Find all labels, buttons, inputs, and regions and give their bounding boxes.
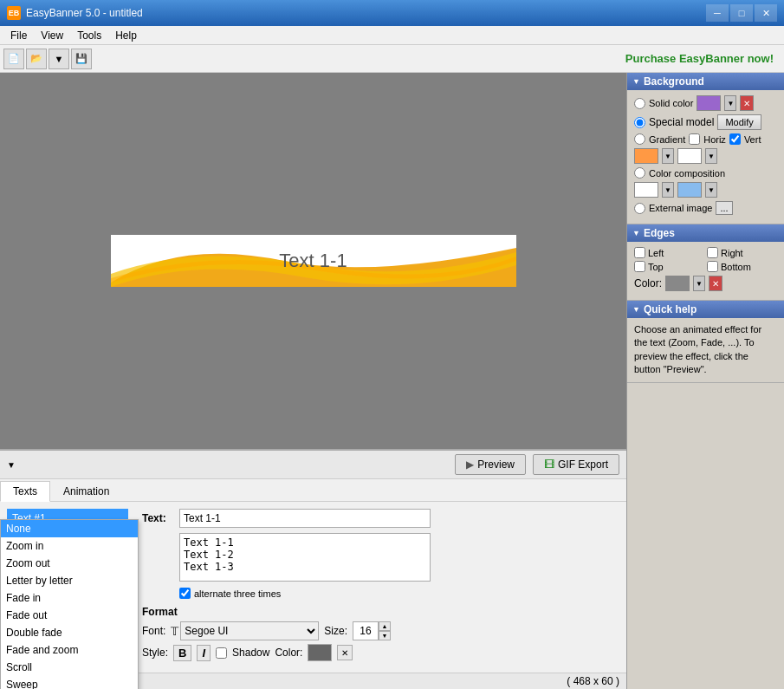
color-composition-label: Color composition	[649, 168, 725, 179]
color-composition-radio[interactable]	[634, 167, 645, 179]
menu-item-zoom-out[interactable]: Zoom out	[1, 555, 138, 572]
open-button[interactable]: 📂	[26, 49, 47, 69]
right-checkbox[interactable]	[707, 247, 718, 258]
edges-color-swatch[interactable]	[665, 276, 690, 291]
menu-view[interactable]: View	[34, 28, 70, 43]
dropdown-btn[interactable]: ▼	[49, 49, 69, 69]
play-icon: ▶	[466, 458, 474, 471]
tab-texts[interactable]: Texts	[0, 481, 50, 502]
top-checkbox[interactable]	[634, 261, 645, 272]
bottom-toolbar: ▼ ▶ Preview 🎞 GIF Export	[0, 451, 626, 479]
menu-tools[interactable]: Tools	[70, 28, 108, 43]
text-input[interactable]	[179, 509, 431, 528]
bottom-panel: ▼ ▶ Preview 🎞 GIF Export Texts Animation	[0, 449, 626, 689]
italic-button[interactable]: I	[197, 645, 211, 661]
toolbar-left: 📄 📂 ▼ 💾	[3, 49, 92, 69]
font-label: Font:	[142, 625, 165, 637]
canvas-container: Text 1-1	[0, 73, 626, 449]
edges-color-arrow[interactable]: ▼	[693, 276, 705, 291]
gradient-color1-swatch[interactable]	[634, 148, 658, 164]
tabs-bar: Texts Animation	[0, 479, 626, 502]
vert-checkbox[interactable]	[729, 133, 741, 145]
bottom-checkbox[interactable]	[707, 261, 718, 272]
text-multiline[interactable]: Text 1-1 Text 1-2 Text 1-3	[179, 533, 431, 582]
collapse-arrow[interactable]: ▼	[7, 460, 16, 470]
menu-item-fade-and-zoom[interactable]: Fade and zoom	[1, 641, 138, 659]
special-model-radio[interactable]	[634, 117, 645, 128]
menu-item-none[interactable]: None	[1, 520, 138, 537]
size-up[interactable]: ▲	[379, 621, 391, 631]
minimize-button[interactable]: ─	[706, 4, 729, 22]
gradient-label: Gradient	[649, 134, 685, 145]
special-model-row: Special model Modify	[634, 114, 777, 130]
background-arrow: ▼	[632, 77, 640, 86]
quick-help-arrow: ▼	[632, 305, 640, 314]
background-body: Solid color ▼ ✕ Special model Modify	[627, 90, 784, 224]
color-comp-arrow2[interactable]: ▼	[705, 182, 717, 198]
solid-color-arrow[interactable]: ▼	[724, 95, 736, 111]
action-buttons: ▶ Preview 🎞 GIF Export	[455, 454, 619, 475]
gradient-color1-arrow[interactable]: ▼	[662, 148, 674, 164]
edges-color-x[interactable]: ✕	[709, 276, 722, 291]
quick-help-text: Choose an animated effect for the text (…	[634, 323, 777, 377]
menu-item-letter-by-letter[interactable]: Letter by letter	[1, 572, 138, 589]
menu-file[interactable]: File	[3, 28, 34, 43]
canvas-area: Text 1-1 ▼ ▶ Preview 🎞 GIF Export	[0, 73, 626, 689]
size-input[interactable]	[353, 621, 379, 640]
bold-button[interactable]: B	[173, 645, 191, 661]
modify-button[interactable]: Modify	[717, 114, 761, 130]
gradient-option: Gradient Horiz Vert	[634, 133, 777, 145]
external-image-radio[interactable]	[634, 203, 645, 214]
tab-animation[interactable]: Animation	[50, 481, 122, 501]
text-color-swatch[interactable]	[308, 644, 332, 661]
format-section: Format Font: 𝕋 Segoe UI Size:	[142, 606, 619, 661]
maximize-button[interactable]: □	[730, 4, 753, 22]
menu-item-scroll[interactable]: Scroll	[1, 659, 138, 676]
color-comp-swatch2[interactable]	[677, 182, 702, 198]
menu-item-zoom-in[interactable]: Zoom in	[1, 537, 138, 555]
external-image-btn[interactable]: ...	[716, 201, 732, 215]
quick-help-section: ▼ Quick help Choose an animated effect f…	[627, 301, 784, 383]
edges-arrow: ▼	[632, 229, 640, 237]
gif-export-button[interactable]: 🎞 GIF Export	[533, 454, 619, 475]
menu-help[interactable]: Help	[108, 28, 144, 43]
quick-help-body: Choose an animated effect for the text (…	[627, 318, 784, 382]
menu-item-double-fade[interactable]: Double fade	[1, 624, 138, 641]
top-label: Top	[648, 262, 664, 272]
text-color-x[interactable]: ✕	[337, 645, 353, 660]
text-label: Text:	[142, 512, 172, 524]
solid-color-swatch[interactable]	[697, 95, 721, 111]
font-select[interactable]: Segoe UI	[180, 621, 319, 640]
title-bar-controls: ─ □ ✕	[706, 4, 777, 22]
bottom-label: Bottom	[721, 262, 751, 272]
gradient-color2-arrow[interactable]: ▼	[705, 148, 717, 164]
edges-title: Edges	[644, 227, 675, 239]
shadow-checkbox[interactable]	[216, 647, 227, 659]
save-button[interactable]: 💾	[71, 49, 92, 69]
left-checkbox[interactable]	[634, 247, 645, 258]
preview-button[interactable]: ▶ Preview	[455, 454, 526, 475]
edges-color-label: Color:	[634, 277, 662, 289]
color-comp-swatch1[interactable]	[634, 182, 658, 198]
solid-color-radio[interactable]	[634, 98, 645, 109]
close-button[interactable]: ✕	[755, 4, 777, 22]
purchase-text: Purchase EasyBanner now!	[625, 52, 774, 65]
title-bar-left: EB EasyBanner 5.0 - untitled	[7, 6, 143, 20]
new-button[interactable]: 📄	[3, 49, 24, 69]
special-model-label: Special model	[649, 116, 714, 128]
size-down[interactable]: ▼	[379, 631, 391, 640]
main-layout: Text 1-1 ▼ ▶ Preview 🎞 GIF Export	[0, 73, 784, 689]
background-header: ▼ Background	[627, 73, 784, 90]
solid-color-x[interactable]: ✕	[740, 95, 754, 111]
menu-item-sweep[interactable]: Sweep	[1, 676, 138, 689]
quick-help-title: Quick help	[644, 303, 697, 315]
menu-item-fade-out[interactable]: Fade out	[1, 607, 138, 624]
horiz-checkbox[interactable]	[689, 133, 700, 145]
gradient-radio[interactable]	[634, 133, 645, 145]
alt-checkbox[interactable]	[179, 588, 191, 599]
font-select-container: 𝕋 Segoe UI	[171, 621, 319, 640]
gradient-color2-swatch[interactable]	[677, 148, 702, 164]
menu-item-fade-in[interactable]: Fade in	[1, 589, 138, 607]
color-composition-option: Color composition	[634, 167, 777, 179]
color-comp-arrow1[interactable]: ▼	[662, 182, 674, 198]
